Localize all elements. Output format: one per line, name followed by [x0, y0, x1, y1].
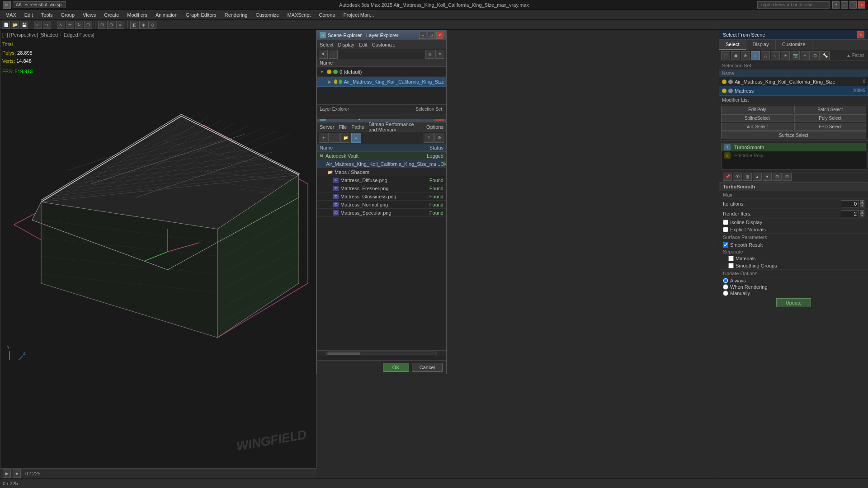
menu-tools[interactable]: Tools	[38, 11, 57, 19]
menu-views[interactable]: Views	[79, 11, 99, 19]
object-row-mattress-air[interactable]: Air_Mattress_King_Koil_California_King_S…	[719, 77, 868, 86]
toolbar-new[interactable]: 📄	[2, 21, 10, 29]
asset-cancel-btn[interactable]: Cancel	[412, 363, 443, 372]
toolbar-save[interactable]: 💾	[20, 21, 28, 29]
update-btn[interactable]: Update	[776, 298, 811, 307]
asset-help-btn[interactable]: ?	[424, 133, 434, 143]
asset-menu-paths[interactable]: Paths	[351, 124, 364, 130]
btn-patch-select[interactable]: Patch Select	[794, 106, 867, 113]
menu-edit-scene[interactable]: Edit	[359, 42, 368, 47]
menu-rendering[interactable]: Rendering	[221, 11, 251, 19]
modifier-editable-poly[interactable]: E Editable Poly	[722, 151, 866, 160]
asset-add-btn[interactable]: +	[319, 133, 329, 143]
invert-btn[interactable]: ⊘	[741, 51, 750, 60]
menu-corona[interactable]: Corona	[315, 11, 339, 19]
menu-customize[interactable]: Customize	[252, 11, 283, 19]
mod-down-btn[interactable]: ▼	[763, 173, 772, 181]
help-btn[interactable]: ?	[832, 1, 840, 9]
toolbar-curve[interactable]: ◇	[148, 21, 156, 29]
menu-display[interactable]: Display	[338, 42, 354, 47]
btn-vol-select[interactable]: Vol. Select	[721, 123, 793, 131]
btn-spline-select[interactable]: SplineSelect	[721, 114, 793, 122]
toolbar-redo[interactable]: ↪	[43, 21, 51, 29]
toolbar-align[interactable]: ≡	[116, 21, 124, 29]
all-btn[interactable]: ◻	[721, 51, 730, 60]
render-iters-up[interactable]: ▲	[860, 210, 864, 214]
toolbar-rotate[interactable]: ↻	[75, 21, 83, 29]
filter-light-btn[interactable]: ☀	[781, 51, 790, 60]
minimize-btn[interactable]: −	[841, 1, 848, 9]
filter-all-btn[interactable]: ≡	[751, 51, 760, 60]
smoothing-checkbox[interactable]	[728, 263, 734, 268]
asset-row-maps[interactable]: 📂 Maps / Shaders	[317, 168, 446, 176]
scene-view-btn[interactable]: ≡	[435, 50, 444, 59]
filter-shape-btn[interactable]: ○	[771, 51, 780, 60]
asset-row-diffuse[interactable]: 🖼 Mattress_Diffuse.png Found	[317, 176, 446, 184]
scene-options-btn[interactable]: ⚙	[425, 50, 434, 59]
scene-explorer-close[interactable]: ×	[436, 32, 443, 39]
viewport-3d[interactable]: [+] [Perspective] [Shaded + Edged Faces]…	[0, 30, 316, 475]
filter-geo-btn[interactable]: △	[761, 51, 770, 60]
menu-animation[interactable]: Animation	[152, 11, 181, 19]
asset-settings-btn[interactable]: ⚙	[434, 133, 444, 143]
filter-helper-btn[interactable]: +	[801, 51, 810, 60]
create-layer-btn[interactable]: +	[329, 50, 338, 59]
asset-view-btn[interactable]: ≡	[351, 133, 361, 143]
explicit-checkbox[interactable]	[723, 227, 728, 232]
menu-maxscript[interactable]: MAXScript	[283, 11, 314, 19]
mod-collapse-btn[interactable]: ⊟	[773, 173, 782, 181]
render-iters-input[interactable]	[841, 210, 859, 217]
mod-show-btn[interactable]: 👁	[733, 173, 742, 181]
menu-graph-editors[interactable]: Graph Editors	[182, 11, 220, 19]
asset-menu-file[interactable]: File	[339, 124, 347, 130]
asset-menu-server[interactable]: Server	[320, 124, 334, 130]
iterations-up[interactable]: ▲	[860, 200, 864, 204]
tab-select[interactable]: Select	[719, 40, 746, 50]
menu-max[interactable]: MAX	[2, 11, 20, 19]
scene-explorer-titlebar[interactable]: S Scene Explorer - Layer Explorer − □ ×	[317, 30, 446, 40]
asset-row-glossiness[interactable]: 🖼 Mattress_Glossiness.png Found	[317, 192, 446, 201]
asset-row-vault[interactable]: 🏛 Autodesk Vault Logged	[317, 152, 446, 160]
scene-explorer-maximize[interactable]: □	[428, 32, 435, 39]
iterations-input[interactable]	[841, 200, 859, 207]
toolbar-mirror[interactable]: ⊟	[107, 21, 115, 29]
asset-ok-btn[interactable]: OK	[383, 363, 409, 372]
toolbar-undo[interactable]: ↩	[34, 21, 42, 29]
mod-pin-btn[interactable]: 📌	[723, 173, 732, 181]
menu-project[interactable]: Project Man...	[340, 11, 377, 19]
toolbar-material[interactable]: ◈	[139, 21, 147, 29]
always-radio[interactable]	[723, 278, 728, 283]
filter-bone-btn[interactable]: 🦴	[821, 51, 830, 60]
iterations-down[interactable]: ▼	[860, 204, 864, 207]
tab-display[interactable]: Display	[746, 40, 776, 50]
asset-row-specular[interactable]: 🖼 Mattress_Specular.png Found	[317, 209, 446, 217]
menu-modifiers[interactable]: Modifiers	[123, 11, 151, 19]
asset-remove-btn[interactable]: −	[330, 133, 340, 143]
close-btn[interactable]: ×	[858, 1, 865, 9]
asset-row-file[interactable]: Air_Mattress_King_Koil_California_King_S…	[317, 160, 446, 168]
modifier-turbosmooth[interactable]: T TurboSmooth	[722, 143, 866, 151]
manually-radio[interactable]	[723, 291, 728, 296]
render-iters-down[interactable]: ▼	[860, 214, 864, 217]
select-scene-close[interactable]: ×	[857, 31, 864, 38]
asset-row-fresnel[interactable]: 🖼 Mattress_Fresnel.png Found	[317, 184, 446, 192]
filter-space-btn[interactable]: ⊡	[811, 51, 820, 60]
asset-paths-btn[interactable]: 📁	[340, 133, 350, 143]
menu-edit[interactable]: Edit	[21, 11, 37, 19]
btn-fpd-select[interactable]: FPD Select	[794, 123, 867, 131]
toolbar-move[interactable]: ✛	[66, 21, 74, 29]
play-btn[interactable]: ▶	[3, 469, 11, 478]
menu-group[interactable]: Group	[57, 11, 79, 19]
materials-checkbox[interactable]	[728, 256, 734, 261]
tab-customize[interactable]: Customize	[776, 40, 812, 50]
none-btn[interactable]: ◼	[731, 51, 740, 60]
mod-up-btn[interactable]: ▲	[753, 173, 762, 181]
menu-select[interactable]: Select	[320, 42, 334, 47]
scene-explorer-minimize[interactable]: −	[419, 32, 426, 39]
menu-create[interactable]: Create	[100, 11, 123, 19]
object-row-mattress[interactable]: Mattress 28895	[719, 86, 868, 95]
btn-edit-poly[interactable]: Edit Poly	[721, 106, 793, 113]
isoline-checkbox[interactable]	[723, 220, 728, 225]
menu-customize-scene[interactable]: Customize	[372, 42, 396, 47]
toolbar-snap[interactable]: ⊞	[98, 21, 106, 29]
